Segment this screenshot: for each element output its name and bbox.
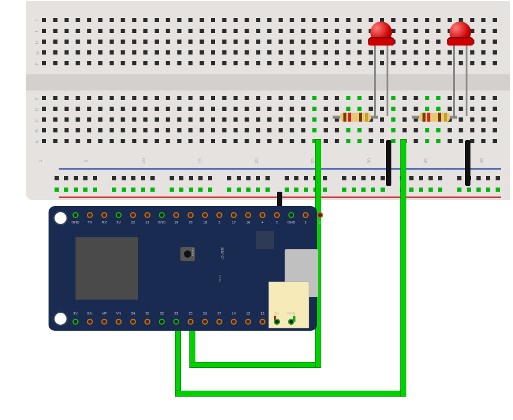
pin-0[interactable] [274, 212, 280, 218]
svg-rect-178 [200, 61, 204, 65]
pin-35[interactable] [144, 319, 150, 325]
pin-23[interactable] [188, 212, 194, 218]
wire-gnd-2[interactable] [465, 140, 470, 186]
svg-rect-495 [365, 113, 368, 122]
svg-rect-452 [74, 188, 78, 192]
pin-2[interactable] [303, 212, 309, 218]
svg-rect-45 [87, 29, 91, 33]
pin-18[interactable] [202, 212, 208, 218]
pin-GND[interactable] [73, 212, 79, 218]
svg-rect-364 [448, 128, 452, 132]
pin-13[interactable] [259, 319, 265, 325]
svg-rect-15 [211, 18, 215, 22]
svg-rect-88 [110, 40, 114, 44]
wire-sig2-seg[interactable] [400, 139, 406, 397]
pin-34[interactable] [130, 319, 136, 325]
svg-rect-476 [352, 188, 356, 192]
svg-rect-269 [301, 107, 305, 111]
svg-rect-54 [188, 29, 192, 33]
pin-GND[interactable] [288, 212, 294, 218]
svg-rect-240 [436, 96, 440, 100]
svg-rect-339 [166, 128, 170, 132]
svg-rect-429 [265, 176, 270, 180]
svg-rect-51 [155, 29, 159, 33]
svg-rect-282 [448, 107, 452, 111]
row-label-G: G [35, 51, 40, 55]
pin-27[interactable] [216, 319, 222, 325]
pin-14[interactable] [231, 319, 237, 325]
pin-TX[interactable] [87, 212, 93, 218]
mcu-chip [76, 237, 138, 300]
pin-RX[interactable] [101, 212, 107, 218]
svg-rect-154 [391, 50, 396, 55]
pin-4[interactable] [259, 212, 265, 218]
wire-gnd-1[interactable] [386, 140, 391, 186]
svg-rect-407 [470, 139, 474, 143]
wire-sig2-seg[interactable] [175, 324, 181, 397]
svg-rect-275 [369, 107, 373, 111]
row-label-C: C [34, 119, 40, 122]
svg-rect-25 [324, 18, 328, 22]
pin-15[interactable] [317, 212, 323, 218]
svg-rect-143 [267, 50, 271, 55]
svg-rect-245 [493, 96, 497, 100]
wire-sig1-seg[interactable] [189, 362, 321, 368]
svg-rect-467 [246, 188, 251, 192]
pin-25[interactable] [188, 319, 194, 325]
pin-19[interactable] [173, 212, 179, 218]
svg-rect-250 [87, 107, 91, 111]
svg-rect-202 [470, 61, 474, 65]
svg-rect-340 [177, 128, 182, 132]
pin-32[interactable] [159, 319, 165, 325]
svg-rect-273 [346, 107, 351, 111]
led-1[interactable] [370, 22, 392, 43]
col-label-40: 40 [479, 158, 484, 164]
svg-rect-348 [267, 128, 271, 132]
pin-22[interactable] [130, 212, 136, 218]
svg-rect-270 [312, 107, 316, 111]
svg-rect-121 [481, 40, 485, 44]
svg-rect-74 [414, 29, 418, 33]
resistor-1[interactable] [333, 113, 378, 122]
svg-rect-277 [391, 107, 396, 111]
pin-label: SV [271, 312, 282, 315]
svg-rect-93 [166, 40, 170, 44]
pin-17[interactable] [231, 212, 237, 218]
pin-16[interactable] [245, 212, 251, 218]
svg-rect-44 [76, 29, 80, 33]
svg-rect-466 [237, 188, 241, 192]
svg-rect-99 [234, 40, 238, 44]
svg-rect-483 [428, 188, 433, 192]
svg-rect-288 [53, 117, 58, 122]
pin-GND[interactable] [159, 212, 165, 218]
svg-rect-20 [267, 18, 271, 22]
pin-26[interactable] [202, 319, 208, 325]
svg-rect-98 [222, 40, 227, 44]
mcu-lolin32[interactable]: LOLIN32 V1.0.0 RESET GNDTXRX3V2221GND192… [49, 206, 317, 331]
pin-GND[interactable] [288, 319, 294, 325]
pin-VP[interactable] [101, 319, 107, 325]
pin-3V[interactable] [73, 319, 79, 325]
pin-21[interactable] [144, 212, 150, 218]
svg-rect-0 [42, 18, 46, 22]
pin-SV[interactable] [274, 319, 280, 325]
pin-33[interactable] [173, 319, 179, 325]
svg-rect-95 [188, 40, 192, 44]
svg-rect-259 [188, 107, 192, 111]
svg-rect-145 [290, 50, 294, 55]
svg-rect-169 [98, 61, 102, 65]
led-2[interactable] [449, 22, 471, 43]
svg-rect-194 [380, 61, 384, 65]
pin-VN[interactable] [116, 319, 122, 325]
pin-5[interactable] [216, 212, 222, 218]
pin-EN[interactable] [87, 319, 93, 325]
wire-sig2-seg[interactable] [175, 391, 406, 397]
pin-label: VN [113, 312, 124, 315]
resistor-2[interactable] [412, 113, 457, 122]
svg-rect-246 [42, 107, 46, 111]
svg-rect-148 [324, 50, 328, 55]
pin-3V[interactable] [116, 212, 122, 218]
svg-rect-494 [359, 113, 362, 122]
pin-12[interactable] [245, 319, 251, 325]
svg-rect-296 [143, 117, 147, 122]
